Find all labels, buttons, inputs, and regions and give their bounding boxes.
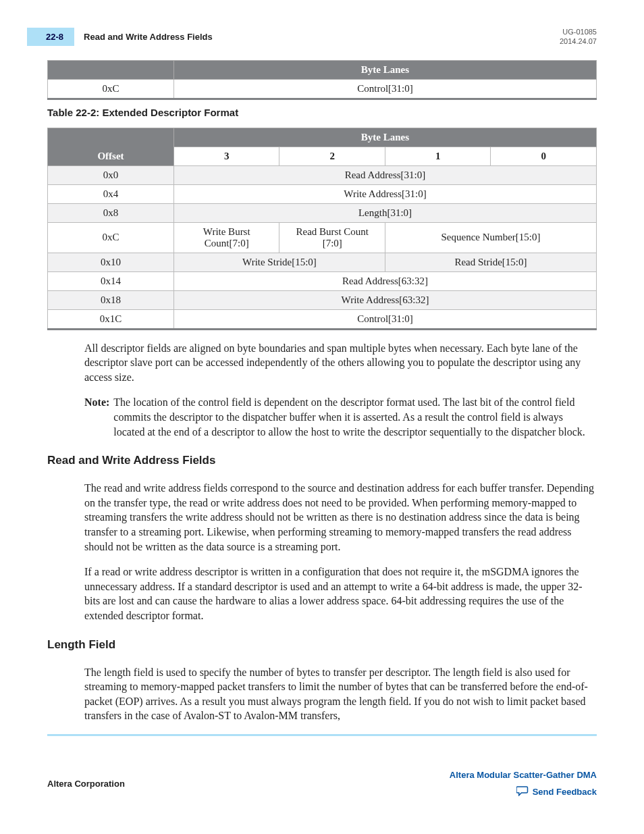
offset-0x8: 0x8 bbox=[48, 203, 174, 222]
table1-offset: 0xC bbox=[48, 79, 174, 99]
col-0: 0 bbox=[491, 147, 597, 165]
table-row: 0xC Write Burst Count[7:0] Read Burst Co… bbox=[48, 222, 597, 253]
val-0xC-c3: Write Burst Count[7:0] bbox=[173, 222, 279, 253]
rw-address-p1: The read and write address fields corres… bbox=[84, 481, 597, 554]
offset-0x10: 0x10 bbox=[48, 253, 174, 271]
val-0xC-c2: Read Burst Count [7:0] bbox=[279, 222, 385, 253]
doc-id: UG-01085 bbox=[560, 27, 597, 36]
offset-0x1C: 0x1C bbox=[48, 309, 174, 329]
offset-0x18: 0x18 bbox=[48, 290, 174, 309]
feedback-icon bbox=[516, 785, 529, 798]
table-row: 0x4 Write Address[31:0] bbox=[48, 184, 597, 203]
note-text: The location of the control field is dep… bbox=[113, 395, 597, 439]
col-1: 1 bbox=[385, 147, 491, 165]
length-p1: The length field is used to specify the … bbox=[84, 665, 597, 723]
val-0x0: Read Address[31:0] bbox=[173, 165, 596, 184]
table-row: 0x0 Read Address[31:0] bbox=[48, 165, 597, 184]
table2-caption: Table 22-2: Extended Descriptor Format bbox=[47, 107, 597, 118]
table-row: 0x8 Length[31:0] bbox=[48, 203, 597, 222]
note-block: Note: The location of the control field … bbox=[84, 395, 597, 439]
feedback-label: Send Feedback bbox=[533, 787, 597, 797]
table-extended-descriptor: Offset Byte Lanes 3 2 1 0 0x0 Read Addre… bbox=[47, 128, 597, 330]
val-0xC-c10: Sequence Number[15:0] bbox=[385, 222, 596, 253]
table-row: 0x1C Control[31:0] bbox=[48, 309, 597, 329]
offset-0x4: 0x4 bbox=[48, 184, 174, 203]
val-0x18: Write Address[63:32] bbox=[173, 290, 596, 309]
send-feedback-link[interactable]: Send Feedback bbox=[450, 785, 597, 798]
val-0x10-c10: Read Stride[15:0] bbox=[385, 253, 596, 271]
val-0x14: Read Address[63:32] bbox=[173, 271, 596, 290]
page-header: 22-8 Read and Write Address Fields UG-01… bbox=[47, 27, 597, 47]
page-number-badge: 22-8 bbox=[27, 28, 74, 46]
footer-doc-title[interactable]: Altera Modular Scatter-Gather DMA bbox=[450, 770, 597, 780]
table2-offset-header: Offset bbox=[97, 151, 124, 161]
section-head-rw-address: Read and Write Address Fields bbox=[47, 454, 597, 467]
header-doc-info: UG-01085 2014.24.07 bbox=[560, 27, 597, 47]
table1-blank-header bbox=[48, 60, 174, 79]
table-row: 0x18 Write Address[63:32] bbox=[48, 290, 597, 309]
table1-value: Control[31:0] bbox=[173, 79, 596, 99]
offset-0x14: 0x14 bbox=[48, 271, 174, 290]
table-row: 0x14 Read Address[63:32] bbox=[48, 271, 597, 290]
val-0x8: Length[31:0] bbox=[173, 203, 596, 222]
col-3: 3 bbox=[173, 147, 279, 165]
footer-company: Altera Corporation bbox=[47, 779, 125, 789]
table2-byte-lanes-header: Byte Lanes bbox=[173, 128, 596, 147]
doc-date: 2014.24.07 bbox=[560, 36, 597, 46]
offset-0xC: 0xC bbox=[48, 222, 174, 253]
header-section-title: Read and Write Address Fields bbox=[84, 32, 560, 42]
val-0x10-c32: Write Stride[15:0] bbox=[173, 253, 385, 271]
table-row: 0x10 Write Stride[15:0] Read Stride[15:0… bbox=[48, 253, 597, 271]
rw-address-p2: If a read or write address descriptor is… bbox=[84, 565, 597, 623]
val-0x4: Write Address[31:0] bbox=[173, 184, 596, 203]
page-footer: Altera Corporation Altera Modular Scatte… bbox=[47, 770, 597, 798]
note-label: Note: bbox=[84, 395, 109, 439]
val-0x1C: Control[31:0] bbox=[173, 309, 596, 329]
table-control-fragment: Byte Lanes 0xC Control[31:0] bbox=[47, 60, 597, 100]
table1-byte-lanes-header: Byte Lanes bbox=[173, 60, 596, 79]
footer-divider bbox=[47, 734, 597, 736]
offset-0x0: 0x0 bbox=[48, 165, 174, 184]
section-head-length: Length Field bbox=[47, 638, 597, 652]
col-2: 2 bbox=[279, 147, 385, 165]
para-after-tables: All descriptor fields are aligned on byt… bbox=[84, 341, 597, 385]
